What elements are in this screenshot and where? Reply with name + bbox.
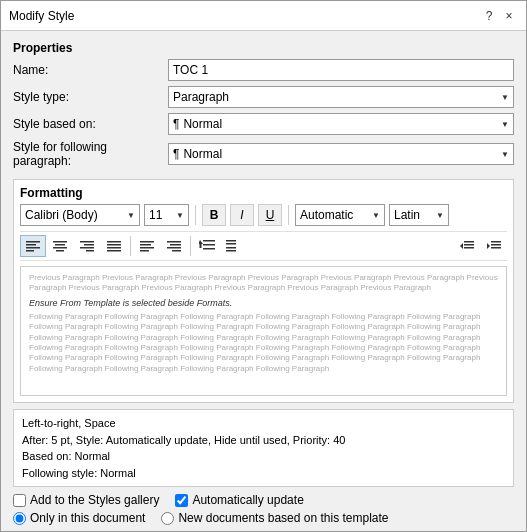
help-button[interactable]: ? [480,7,498,25]
line-spacing-button[interactable] [194,235,220,257]
style-based-value-container: ¶ Normal ▼ [168,113,514,135]
style-type-row: Style type: Paragraph ▼ [13,86,514,108]
alignment-row [20,231,507,261]
add-to-gallery-item[interactable]: Add to the Styles gallery [13,493,159,507]
align-left-button[interactable] [20,235,46,257]
svg-rect-13 [107,244,121,246]
underline-button[interactable]: U [258,204,282,226]
style-following-value: Normal [183,147,222,161]
language-dropdown[interactable]: Latin ▼ [389,204,449,226]
svg-rect-2 [26,247,40,249]
svg-rect-7 [56,250,64,252]
svg-rect-18 [140,247,154,249]
style-based-value: Normal [183,117,222,131]
description-line1: Left-to-right, Space [22,415,505,432]
italic-button[interactable]: I [230,204,254,226]
svg-rect-15 [107,250,121,252]
svg-rect-19 [140,250,149,252]
font-dropdown[interactable]: Calibri (Body) ▼ [20,204,140,226]
only-this-doc-radio[interactable] [13,512,26,525]
svg-rect-30 [226,247,236,249]
auto-update-item[interactable]: Automatically update [175,493,303,507]
svg-rect-14 [107,247,121,249]
new-docs-label: New documents based on this template [178,511,388,525]
paragraph-icon: ¶ [173,117,179,131]
svg-rect-6 [53,247,67,249]
formatting-label: Formatting [20,186,507,200]
only-this-doc-label: Only in this document [30,511,145,525]
decrease-indent-icon [460,240,474,252]
style-based-with-icon: ¶ Normal [173,117,222,131]
auto-update-checkbox[interactable] [175,494,188,507]
align-justify3-button[interactable] [161,235,187,257]
style-following-value-container: ¶ Normal ▼ [168,143,514,165]
auto-update-label: Automatically update [192,493,303,507]
svg-marker-27 [199,240,203,248]
align-justify2-button[interactable] [134,235,160,257]
svg-marker-39 [487,243,490,249]
name-input[interactable] [168,59,514,81]
svg-rect-8 [80,241,94,243]
style-following-dropdown[interactable]: ¶ Normal ▼ [168,143,514,165]
language-value: Latin [394,208,420,222]
color-value: Automatic [300,208,353,222]
description-area: Left-to-right, Space After: 5 pt, Style:… [13,409,514,487]
style-type-value-container: Paragraph ▼ [168,86,514,108]
svg-rect-11 [86,250,94,252]
separator [190,236,191,256]
radio-row: Only in this document New documents base… [13,511,514,525]
align-left-icon [26,240,40,252]
description-line4: Following style: Normal [22,465,505,482]
svg-rect-31 [226,250,236,252]
separator [195,205,196,225]
decrease-indent-button[interactable] [454,235,480,257]
align-justify-icon [107,240,121,252]
new-docs-item[interactable]: New documents based on this template [161,511,388,525]
separator [130,236,131,256]
dialog-body: Properties Name: Style type: Paragraph ▼… [1,31,526,532]
increase-indent-button[interactable] [481,235,507,257]
add-to-gallery-checkbox[interactable] [13,494,26,507]
svg-rect-5 [55,244,65,246]
svg-rect-22 [167,247,181,249]
description-line2: After: 5 pt, Style: Automatically update… [22,432,505,449]
only-this-doc-item[interactable]: Only in this document [13,511,145,525]
preview-following-para: Following Paragraph Following Paragraph … [29,312,498,374]
new-docs-radio[interactable] [161,512,174,525]
bottom-options: Add to the Styles gallery Automatically … [13,493,514,525]
align-justify-button[interactable] [101,235,127,257]
paragraph-icon: ¶ [173,147,179,161]
preview-instruction: Ensure From Template is selected beside … [29,298,498,308]
svg-rect-25 [203,244,215,246]
align-right-button[interactable] [74,235,100,257]
properties-section: Properties Name: Style type: Paragraph ▼… [13,41,514,173]
svg-rect-34 [464,247,474,249]
align-right-icon [80,240,94,252]
svg-rect-0 [26,241,40,243]
separator [288,205,289,225]
style-based-dropdown[interactable]: ¶ Normal ▼ [168,113,514,135]
style-following-label: Style for following paragraph: [13,140,168,168]
style-based-label: Style based on: [13,117,168,131]
chevron-down-icon: ▼ [436,211,444,220]
chevron-down-icon: ▼ [501,120,509,129]
increase-indent-icon [487,240,501,252]
svg-rect-23 [172,250,181,252]
description-line3: Based on: Normal [22,448,505,465]
align-center-button[interactable] [47,235,73,257]
close-button[interactable]: × [500,7,518,25]
svg-marker-35 [460,243,463,249]
style-type-dropdown[interactable]: Paragraph ▼ [168,86,514,108]
formatting-row1: Calibri (Body) ▼ 11 ▼ B I U Automatic ▼ … [20,204,507,226]
font-value: Calibri (Body) [25,208,98,222]
svg-rect-37 [491,244,501,246]
align-justify3-icon [167,240,181,252]
bold-button[interactable]: B [202,204,226,226]
size-dropdown[interactable]: 11 ▼ [144,204,189,226]
para-spacing-button[interactable] [221,235,247,257]
title-bar: Modify Style ? × [1,1,526,31]
color-dropdown[interactable]: Automatic ▼ [295,204,385,226]
name-row: Name: [13,59,514,81]
chevron-down-icon: ▼ [501,93,509,102]
svg-rect-9 [84,244,94,246]
